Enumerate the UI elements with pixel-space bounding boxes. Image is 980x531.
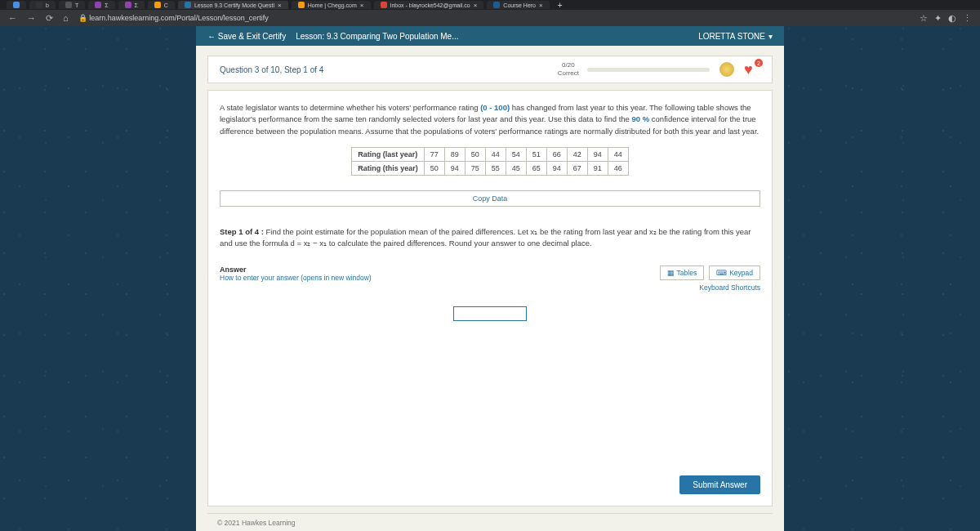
browser-tab-strip: b T Σ Σ C Lesson 9.3 Certify Mode Questi… [0,0,980,10]
browser-tab[interactable]: Σ [88,1,114,9]
copy-data-button[interactable]: Copy Data [220,190,760,207]
answer-input[interactable] [453,306,527,321]
browser-tab[interactable]: T [59,1,85,9]
close-icon[interactable]: × [278,2,282,9]
browser-tab-active[interactable]: Lesson 9.3 Certify Mode Questi× [178,1,288,9]
question-body: A state legislator wants to determine wh… [207,90,773,506]
user-dropdown[interactable]: LORETTA STONE ▾ [698,32,773,41]
question-number: Question 3 of 10, Step 1 of 4 [220,65,323,74]
submit-answer-button[interactable]: Submit Answer [679,475,760,494]
lesson-title: Lesson: 9.3 Comparing Two Population Me.… [296,32,458,41]
coin-icon [718,60,736,78]
progress-bar [587,68,710,72]
browser-tab[interactable]: b [29,1,56,9]
close-icon[interactable]: × [360,2,364,9]
heart-icon: ♥2 [744,61,760,78]
keyboard-shortcuts-link[interactable]: Keyboard Shortcuts [699,283,760,292]
prompt-text: A state legislator wants to determine wh… [220,102,760,137]
answer-label: Answer [220,266,372,274]
browser-tab[interactable]: Course Hero× [487,1,549,9]
score-box: 0/20 Correct [558,61,579,77]
keypad-icon: ⌨ [716,269,727,277]
close-icon[interactable]: × [539,2,543,9]
browser-tab[interactable]: C [148,1,175,9]
question-header: Question 3 of 10, Step 1 of 4 0/20 Corre… [207,56,773,83]
new-tab-button[interactable]: + [558,1,563,10]
browser-tab[interactable] [7,1,26,9]
how-to-enter-link[interactable]: How to enter your answer (opens in new w… [220,274,372,282]
tables-button[interactable]: ▦Tables [660,266,705,280]
footer: © 2021 Hawkes Learning [207,513,773,531]
browser-tab[interactable]: Σ [118,1,145,9]
save-exit-button[interactable]: ← Save & Exit Certify [207,32,286,41]
data-table: Rating (last year) 77895044545166429444 … [351,147,629,176]
lesson-top-bar: ← Save & Exit Certify Lesson: 9.3 Compar… [196,26,784,46]
keypad-button[interactable]: ⌨Keypad [709,266,760,280]
step-instructions: Step 1 of 4 : Find the point estimate fo… [220,226,760,250]
chevron-down-icon: ▾ [768,32,773,41]
browser-tab[interactable]: Home | Chegg.com× [292,1,371,9]
grid-icon: ▦ [667,269,675,277]
close-icon[interactable]: × [474,2,478,9]
browser-tab[interactable]: Inbox - blayrocke542@gmail.co× [374,1,484,9]
